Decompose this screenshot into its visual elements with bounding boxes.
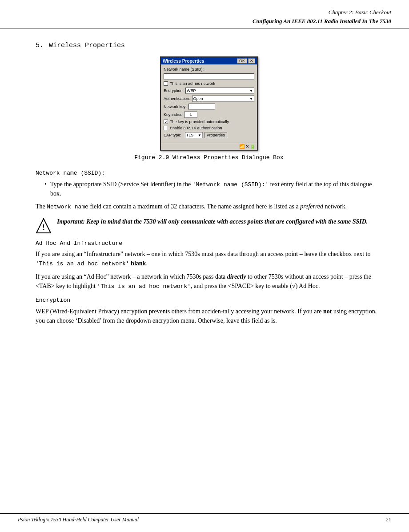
warning-icon: ! — [36, 218, 52, 234]
encryption-select[interactable]: WEP ▼ — [185, 88, 254, 94]
authentication-select[interactable]: Open ▼ — [192, 96, 254, 102]
network-name-row: Network name (SSID): — [164, 67, 254, 72]
header-line1: Chapter 2: Basic Checkout — [18, 8, 391, 17]
svg-text:!: ! — [42, 223, 45, 232]
encryption-label: Encryption: — [164, 88, 184, 93]
encryption-para: WEP (Wired-Equivalent Privacy) encryptio… — [36, 307, 382, 325]
eap-value: TLS — [186, 133, 194, 137]
bullet-item-1: • Type the appropriate SSID (Service Set… — [44, 180, 382, 199]
bullet1-text: Type the appropriate SSID (Service Set I… — [50, 180, 382, 199]
para1: The Network name field can contain a max… — [36, 202, 382, 212]
adhoc-para1: If you are using an “Infrastructure” net… — [36, 249, 382, 268]
signal-icon: 📶 — [239, 144, 245, 149]
power-icon: 🔋 — [250, 144, 255, 149]
figure-caption: Figure 2.9 Wireless Properties Dialogue … — [134, 154, 283, 161]
encryption-arrow: ▼ — [249, 89, 253, 93]
section-title: Wireless Properties — [49, 42, 125, 49]
eap-type-row: EAP type: TLS ▼ Properties — [164, 132, 254, 138]
network-key-label: Network key: — [164, 104, 187, 109]
enable-8021x-checkbox[interactable] — [164, 126, 168, 130]
bullet-dot: • — [44, 180, 47, 199]
important-body: Keep in mind that the 7530 will only com… — [87, 218, 368, 225]
authentication-row: Authentication: Open ▼ — [164, 96, 254, 102]
adhoc-label: This is an ad hoc network — [170, 81, 215, 86]
auto-key-row: ✓ The key is provided automatically — [164, 120, 254, 124]
adhoc-heading: Ad Hoc And Infrastructure — [36, 239, 382, 248]
network-key-row: Network key: — [164, 104, 254, 110]
auto-key-label: The key is provided automatically — [170, 120, 229, 124]
footer-page: 21 — [386, 516, 391, 523]
figure-container: Wireless Properties OK ✕ Network name (S… — [36, 56, 382, 161]
encryption-section: Encryption WEP (Wired-Equivalent Privacy… — [36, 296, 382, 325]
network-name-input[interactable] — [164, 73, 254, 80]
properties-button[interactable]: Properties — [204, 132, 227, 138]
adhoc-checkbox[interactable] — [164, 81, 168, 86]
status-icons: 📶 ✕ 🔋 — [239, 144, 255, 149]
close-status-icon: ✕ — [245, 144, 249, 149]
adhoc-section: Ad Hoc And Infrastructure If you are usi… — [36, 239, 382, 291]
section-number: 5. — [36, 42, 44, 49]
key-index-input[interactable]: 1 — [184, 112, 197, 118]
dialog-status-bar: 📶 ✕ 🔋 — [161, 143, 257, 150]
network-key-input[interactable] — [188, 104, 215, 110]
adhoc-checkbox-row: This is an ad hoc network — [164, 81, 254, 86]
authentication-value: Open — [193, 96, 203, 101]
key-index-row: Key index: 1 — [164, 112, 254, 118]
page-footer: Psion Teklogix 7530 Hand-Held Computer U… — [0, 513, 409, 523]
dialog-title-buttons: OK ✕ — [237, 58, 255, 64]
encryption-row: Encryption: WEP ▼ — [164, 88, 254, 94]
encryption-value: WEP — [187, 88, 196, 93]
section-heading: 5. Wireless Properties — [36, 42, 382, 49]
network-name-input-row — [164, 73, 254, 80]
network-name-section: Network name (SSID): • Type the appropri… — [36, 169, 382, 212]
dialog-body: Network name (SSID): This is an ad hoc n… — [161, 64, 257, 143]
footer-title: Psion Teklogix 7530 Hand-Held Computer U… — [18, 516, 139, 523]
dialog-title-bar: Wireless Properties OK ✕ — [161, 57, 257, 64]
encryption-heading: Encryption — [36, 296, 382, 305]
eap-type-label: EAP type: — [164, 133, 181, 137]
network-name-label: Network name (SSID): — [164, 67, 204, 72]
page-header: Chapter 2: Basic Checkout Configuring An… — [0, 0, 409, 28]
important-box: ! Important: Keep in mind that the 7530 … — [36, 217, 382, 234]
wireless-properties-dialog: Wireless Properties OK ✕ Network name (S… — [160, 56, 258, 151]
dialog-ok-button[interactable]: OK — [237, 58, 247, 64]
key-index-label: Key index: — [164, 112, 182, 117]
auth-arrow: ▼ — [249, 97, 253, 101]
eap-type-select[interactable]: TLS ▼ — [185, 132, 203, 138]
enable-8021x-row: Enable 802.1X authentication — [164, 126, 254, 130]
important-text-content: Important: Keep in mind that the 7530 wi… — [57, 217, 368, 226]
adhoc-para2: If you are using an “Ad Hoc” network – a… — [36, 272, 382, 291]
enable-8021x-label: Enable 802.1X authentication — [170, 126, 222, 130]
dialog-close-button[interactable]: ✕ — [248, 58, 255, 64]
network-name-heading: Network name (SSID): — [36, 169, 382, 178]
dialog-title: Wireless Properties — [163, 59, 204, 64]
authentication-label: Authentication: — [164, 96, 190, 101]
page-content: 5. Wireless Properties Wireless Properti… — [0, 28, 409, 344]
eap-arrow: ▼ — [198, 133, 201, 137]
auto-key-checkbox[interactable]: ✓ — [164, 120, 168, 124]
header-line2: Configuring An IEEE 802.11 Radio Install… — [18, 17, 391, 26]
key-index-value: 1 — [190, 112, 192, 116]
